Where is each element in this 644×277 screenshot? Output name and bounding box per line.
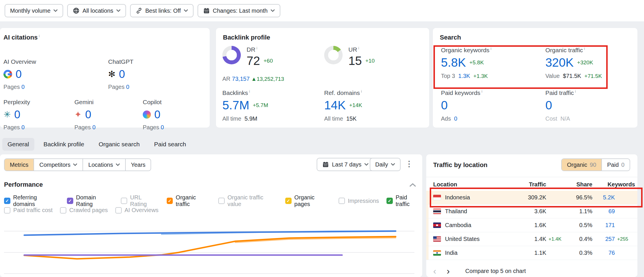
date-range-button[interactable]: Last 7 days	[317, 158, 374, 171]
gemini-count: 0	[85, 109, 91, 120]
collapse-chevron-up-icon[interactable]	[409, 183, 416, 187]
checkbox-organic-traffic-value[interactable]: Organic traffic value	[218, 194, 278, 207]
checkbox-url-rating[interactable]: URL Rating	[121, 194, 159, 207]
info-icon[interactable]: i	[249, 89, 250, 93]
table-row-united-states[interactable]: United States1.4K+1.4K0.4%257+255	[426, 232, 637, 246]
ads-link[interactable]: 0	[454, 115, 457, 122]
info-icon[interactable]: i	[482, 89, 482, 93]
ref-domains-value[interactable]: 14K	[324, 99, 346, 111]
table-row-thailand[interactable]: Thailand3.6K1.1%69	[426, 205, 637, 218]
tab-paid-search[interactable]: Paid search	[149, 138, 191, 151]
checkbox-organic-pages[interactable]: ✓Organic pages	[285, 194, 331, 207]
segment-locations[interactable]: Locations	[82, 159, 125, 171]
segment-metrics[interactable]: Metrics	[5, 159, 33, 171]
traffic-value: 309.2K	[503, 194, 546, 201]
checkbox-label: URL Rating	[130, 194, 159, 207]
table-row-cambodia[interactable]: Cambodia1.6K0.5%171	[426, 218, 637, 232]
checkbox-referring-domains[interactable]: ✓Referring domains	[4, 194, 59, 207]
toggle-paid[interactable]: Paid 0	[601, 159, 630, 171]
locations-filter[interactable]: All locations	[67, 4, 126, 17]
flag-thailand-icon	[433, 209, 441, 214]
col-location[interactable]: Location	[433, 181, 503, 188]
gemini-pages-link[interactable]: 0	[92, 124, 95, 130]
paid-keywords-value[interactable]: 0	[441, 99, 448, 111]
keywords-link[interactable]: 5.2K	[603, 194, 615, 201]
info-icon[interactable]: i	[256, 46, 257, 50]
ahrefs-rank-link[interactable]: 73,157	[232, 76, 249, 82]
compare-top5-link[interactable]: Compare top 5 on chart	[465, 268, 526, 274]
info-icon[interactable]: i	[491, 46, 491, 51]
openai-icon: ✻	[108, 70, 115, 78]
chevron-down-icon	[184, 9, 188, 12]
segment-years[interactable]: Years	[125, 159, 151, 171]
keywords-link[interactable]: 76	[609, 250, 615, 256]
next-page-icon[interactable]: ›	[447, 266, 450, 276]
table-row-indonesia[interactable]: Indonesia309.2K96.5%5.2K	[426, 191, 637, 205]
tab-backlink-profile[interactable]: Backlink profile	[38, 138, 89, 151]
chatgpt-pages-link[interactable]: 0	[126, 84, 129, 90]
traffic-value-delta: +71.5K	[584, 73, 602, 79]
perplexity-pages-link[interactable]: 0	[21, 124, 25, 130]
organic-traffic-value[interactable]: 320K	[545, 57, 574, 69]
col-share[interactable]: Share	[567, 181, 592, 188]
chevron-down-icon	[364, 163, 369, 166]
ahrefs-rank-row: AR 73,157 ▲13,252,713	[222, 76, 284, 82]
info-icon[interactable]: i	[39, 34, 40, 38]
checkbox-crawled-pages[interactable]: Crawled pages	[60, 207, 108, 214]
changes-filter[interactable]: Changes: Last month	[198, 4, 280, 17]
traffic-delta: +1.4K	[546, 236, 567, 242]
ur-donut-chart	[324, 46, 343, 64]
kebab-menu-icon[interactable]: ⋮	[405, 160, 413, 168]
organic-traffic-block: Organic traffici 320K +320K Value $71.5K…	[545, 46, 602, 79]
info-icon[interactable]: i	[584, 46, 585, 51]
traffic-value: $71.5K	[563, 73, 581, 79]
info-icon[interactable]: i	[361, 89, 362, 93]
organic-keywords-value[interactable]: 5.8K	[441, 57, 466, 69]
col-keywords[interactable]: Keywords	[592, 181, 635, 188]
keywords-link[interactable]: 171	[605, 222, 615, 228]
keywords-link[interactable]: 257	[605, 236, 615, 242]
checkbox-paid-traffic[interactable]: ✓Paid traffic	[386, 194, 422, 207]
top3-link[interactable]: 1.3K	[458, 73, 470, 79]
paid-traffic-value[interactable]: 0	[545, 99, 552, 111]
segment-competitors[interactable]: Competitors	[33, 159, 82, 171]
checkbox-domain-rating[interactable]: ✓Domain Rating	[67, 194, 113, 207]
best-links-filter-label: Best links: Off	[145, 8, 181, 14]
ref-domains-alltime: 15K	[346, 115, 357, 122]
granularity-button[interactable]: Daily	[370, 158, 401, 171]
ur-value: 15	[348, 55, 362, 67]
performance-chart[interactable]	[0, 214, 422, 277]
keywords-cell: 69	[592, 208, 615, 215]
ai-overview-pages-link[interactable]: 0	[21, 84, 25, 90]
checkbox-ai-overviews[interactable]: AI Overviews	[115, 207, 159, 214]
share-value: 96.5%	[567, 194, 592, 201]
info-icon[interactable]: i	[358, 46, 359, 50]
best-links-filter[interactable]: Best links: Off	[130, 4, 194, 17]
flag-india-icon	[433, 250, 441, 256]
ai-citation-ai-overview: AI Overview 0 Pages 0	[3, 58, 36, 90]
checkbox-paid-traffic-cost[interactable]: Paid traffic cost	[4, 207, 52, 214]
traffic-value: 1.1K	[503, 250, 546, 256]
chevron-down-icon	[391, 163, 395, 166]
perplexity-count: 0	[14, 109, 20, 120]
checkbox-label: Organic pages	[294, 194, 331, 207]
location-name: Thailand	[445, 208, 467, 215]
prev-page-icon[interactable]: ‹	[433, 266, 436, 276]
backlinks-value[interactable]: 5.7M	[222, 99, 249, 111]
checked-icon: ✓	[386, 198, 393, 204]
col-traffic[interactable]: Traffic	[503, 181, 546, 188]
copilot-pages-link[interactable]: 0	[161, 124, 164, 130]
monthly-volume-filter[interactable]: Monthly volume	[5, 4, 63, 17]
tab-organic-search[interactable]: Organic search	[93, 138, 145, 151]
metrics-segmented-control: MetricsCompetitorsLocationsYears	[4, 158, 151, 171]
checkbox-organic-traffic[interactable]: ✓Organic traffic	[167, 194, 211, 207]
ref-domains-block: Ref. domainsi 14K +14K All time 15K	[324, 89, 362, 122]
table-row-india[interactable]: India1.1K0.3%76	[426, 246, 637, 260]
info-icon[interactable]: i	[575, 89, 576, 93]
checkbox-impressions[interactable]: Impressions	[339, 198, 379, 204]
location-cell: India	[433, 250, 503, 256]
paid-keywords-label: Paid keywordsi	[441, 89, 482, 96]
toggle-organic[interactable]: Organic 90	[562, 159, 601, 171]
keywords-link[interactable]: 69	[609, 208, 615, 214]
tab-general[interactable]: General	[2, 138, 34, 151]
